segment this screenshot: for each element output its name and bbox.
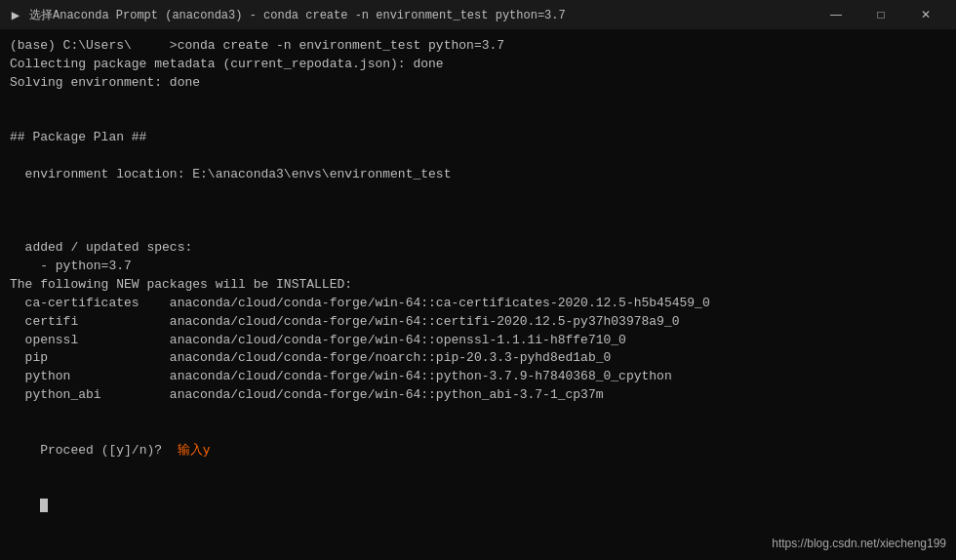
terminal-line-16: certifi anaconda/cloud/conda-forge/win-6… bbox=[10, 313, 946, 332]
terminal-line-empty-4 bbox=[10, 184, 946, 203]
terminal-line-1: (base) C:\Users\ >conda create -n enviro… bbox=[10, 37, 946, 56]
terminal-line-18: pip anaconda/cloud/conda-forge/noarch::p… bbox=[10, 349, 946, 368]
terminal-line-2: Collecting package metadata (current_rep… bbox=[10, 56, 946, 74]
terminal-line-15: ca-certificates anaconda/cloud/conda-for… bbox=[10, 295, 946, 313]
cursor-line bbox=[10, 478, 946, 534]
window-controls[interactable]: — □ ✕ bbox=[814, 0, 948, 29]
terminal-line-empty-2 bbox=[10, 110, 946, 129]
titlebar: ▶ 选择Anaconda Prompt (anaconda3) - conda … bbox=[0, 0, 956, 29]
terminal-icon: ▶ bbox=[8, 7, 23, 22]
terminal-line-20: python_abi anaconda/cloud/conda-forge/wi… bbox=[10, 386, 946, 405]
terminal-line-empty-6 bbox=[10, 220, 946, 239]
terminal-cursor bbox=[40, 499, 48, 512]
terminal-line-19: python anaconda/cloud/conda-forge/win-64… bbox=[10, 368, 946, 386]
terminal-line-10: - python=3.7 bbox=[10, 258, 946, 276]
close-button[interactable]: ✕ bbox=[903, 0, 948, 29]
titlebar-left: ▶ 选择Anaconda Prompt (anaconda3) - conda … bbox=[8, 7, 566, 23]
terminal-line-empty-1 bbox=[10, 93, 946, 111]
minimize-button[interactable]: — bbox=[814, 0, 858, 29]
terminal-line-9: added / updated specs: bbox=[10, 239, 946, 258]
proceed-line: Proceed ([y]/n)? 输入y bbox=[10, 423, 946, 479]
watermark: https://blog.csdn.net/xiecheng199 bbox=[772, 537, 946, 550]
terminal-line-5: ## Package Plan ## bbox=[10, 129, 946, 147]
proceed-label: Proceed ([y]/n)? bbox=[40, 443, 177, 458]
chinese-input: 输入y bbox=[178, 443, 211, 458]
maximize-button[interactable]: □ bbox=[858, 0, 903, 29]
window-title: 选择Anaconda Prompt (anaconda3) - conda cr… bbox=[29, 7, 566, 23]
terminal-line-13: The following NEW packages will be INSTA… bbox=[10, 276, 946, 295]
terminal-line-7: environment location: E:\anaconda3\envs\… bbox=[10, 166, 946, 184]
terminal-line-3: Solving environment: done bbox=[10, 74, 946, 93]
terminal-content: (base) C:\Users\ >conda create -n enviro… bbox=[0, 29, 956, 560]
terminal-line-empty-7 bbox=[10, 405, 946, 423]
terminal-line-17: openssl anaconda/cloud/conda-forge/win-6… bbox=[10, 332, 946, 350]
terminal-line-empty-5 bbox=[10, 203, 946, 221]
terminal-line-empty-3 bbox=[10, 147, 946, 166]
